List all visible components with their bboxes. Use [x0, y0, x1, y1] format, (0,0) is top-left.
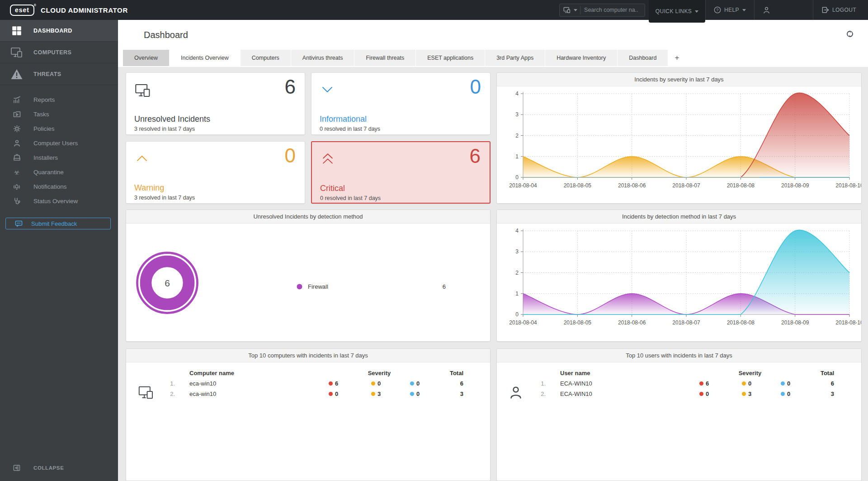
severity-warning: 0	[371, 380, 381, 387]
legend-item-firewall[interactable]: Firewall 6	[297, 283, 446, 290]
svg-text:0: 0	[515, 174, 519, 181]
card-unresolved-incidents[interactable]: 6 Unresolved Incidents 3 resolved in las…	[126, 72, 305, 135]
sidebar-item-tasks[interactable]: Tasks	[0, 107, 118, 121]
right-column: Incidents by severity in last 7 days 012…	[496, 72, 862, 481]
svg-text:2018-08-06: 2018-08-06	[618, 319, 646, 326]
panel-top-users: Top 10 users with incidents in last 7 da…	[496, 348, 862, 481]
card-informational[interactable]: 0 Informational 0 resolved in last 7 day…	[311, 72, 491, 135]
dashboard-grid-icon	[0, 25, 33, 37]
eset-logo[interactable]: eset®	[10, 5, 34, 16]
column-header-computer-name[interactable]: Computer name	[189, 370, 234, 376]
sidebar-item-label: Reports	[33, 96, 55, 103]
collapse-sidebar-button[interactable]: COLLAPSE	[0, 461, 118, 475]
user-name[interactable]: ECA-WIN10	[560, 391, 592, 397]
user-menu[interactable]	[754, 0, 813, 20]
tasks-icon	[0, 110, 33, 118]
sidebar-item-dashboard[interactable]: DASHBOARD	[0, 20, 118, 42]
tab-incidents-overview[interactable]: Incidents Overview	[170, 50, 240, 66]
column-header-severity[interactable]: Severity	[714, 370, 786, 376]
sidebar-item-threats[interactable]: THREATS	[0, 63, 118, 85]
computer-users-icon	[0, 139, 33, 147]
divider	[580, 6, 580, 14]
submit-feedback-button[interactable]: Submit Feedback	[5, 218, 111, 229]
sidebar-item-label: Installers	[33, 154, 58, 161]
severity-warning: 3	[371, 391, 381, 397]
refresh-button[interactable]	[845, 29, 854, 40]
card-value: 6	[470, 145, 481, 167]
donut-chart[interactable]: 6	[133, 248, 202, 317]
svg-text:3: 3	[515, 248, 519, 255]
add-dashboard-tab-button[interactable]: +	[668, 50, 685, 66]
search-scope-chevron-icon[interactable]	[574, 9, 577, 11]
panel-title: Top 10 users with incidents in last 7 da…	[497, 349, 861, 362]
sidebar-item-computers[interactable]: COMPUTERS	[0, 42, 118, 63]
panel-title: Incidents by detection method in last 7 …	[497, 210, 861, 224]
severity-critical: 6	[699, 380, 709, 387]
column-header-total[interactable]: Total	[434, 370, 463, 376]
card-critical[interactable]: 6 Critical 0 resolved in last 7 days	[311, 141, 491, 204]
quick-links-menu[interactable]: QUICK LINKS	[649, 0, 705, 23]
tab-hardware-inventory[interactable]: Hardware Inventory	[545, 50, 617, 66]
topbar: eset® CLOUD ADMINISTRATOR QUICK LINKS ?	[0, 0, 868, 20]
svg-text:2018-08-06: 2018-08-06	[618, 182, 646, 189]
card-subtitle: 3 resolved in last 7 days	[134, 195, 195, 201]
computer-name[interactable]: eca-win10	[189, 380, 216, 387]
svg-text:2018-08-04: 2018-08-04	[509, 319, 537, 326]
card-title: Warning	[134, 183, 164, 193]
table-row[interactable]: 1. eca-win10 6 0 0 6	[126, 380, 490, 391]
column-header-user-name[interactable]: User name	[560, 370, 590, 376]
table-row[interactable]: 2. ECA-WIN10 0 3 0 3	[497, 391, 861, 401]
tab-firewall-threats[interactable]: Firewall threats	[354, 50, 415, 66]
sidebar-item-reports[interactable]: Reports	[0, 92, 118, 107]
severity-critical: 0	[329, 391, 338, 397]
row-total: 6	[804, 380, 834, 387]
table-row[interactable]: 2. eca-win10 0 3 0 3	[126, 391, 490, 401]
eset-cloud-administrator-app: eset® CLOUD ADMINISTRATOR QUICK LINKS ?	[0, 0, 868, 481]
warning-dot-icon	[742, 381, 746, 386]
row-rank: 2.	[532, 391, 546, 397]
incidents-by-detection-chart[interactable]: 012342018-08-042018-08-052018-08-062018-…	[497, 224, 862, 341]
card-warning[interactable]: 0 Warning 3 resolved in last 7 days	[126, 141, 305, 204]
search-input[interactable]	[584, 7, 638, 13]
sidebar-item-computer-users[interactable]: Computer Users	[0, 136, 118, 150]
card-title: Unresolved Incidents	[134, 114, 210, 124]
svg-text:2: 2	[515, 133, 519, 139]
svg-text:3: 3	[515, 111, 519, 118]
help-menu[interactable]: ? HELP	[705, 0, 754, 20]
sidebar-item-installers[interactable]: Installers	[0, 150, 118, 165]
svg-text:2018-08-08: 2018-08-08	[727, 182, 755, 189]
svg-text:2: 2	[515, 270, 519, 276]
card-subtitle: 3 resolved in last 7 days	[134, 126, 195, 132]
sidebar-item-quarantine[interactable]: ☣ Quarantine	[0, 165, 118, 179]
column-header-severity[interactable]: Severity	[343, 370, 415, 376]
card-value: 0	[285, 144, 296, 167]
logout-button[interactable]: LOGOUT	[813, 0, 868, 20]
computer-name[interactable]: eca-win10	[189, 391, 216, 397]
threats-warning-icon	[0, 68, 33, 80]
main-content: Dashboard OverviewIncidents OverviewComp…	[118, 20, 868, 481]
table-row[interactable]: 1. ECA-WIN10 6 0 0 6	[497, 380, 861, 391]
sidebar-item-label: Status Overview	[33, 198, 78, 205]
svg-text:2018-08-07: 2018-08-07	[672, 182, 700, 189]
incidents-by-severity-chart[interactable]: 012342018-08-042018-08-052018-08-062018-…	[497, 86, 862, 203]
user-name[interactable]: ECA-WIN10	[560, 380, 592, 387]
tab-3rd-party-apps[interactable]: 3rd Party Apps	[485, 50, 545, 66]
sidebar-item-notifications[interactable]: Notifications	[0, 179, 118, 194]
sidebar-item-policies[interactable]: Policies	[0, 121, 118, 136]
row-total: 6	[434, 380, 463, 387]
svg-text:2018-08-09: 2018-08-09	[781, 182, 809, 189]
tab-eset-applications[interactable]: ESET applications	[416, 50, 485, 66]
chevron-down-icon	[742, 9, 746, 11]
tab-antivirus-threats[interactable]: Antivirus threats	[291, 50, 354, 66]
severity-warning: 3	[742, 391, 751, 397]
sidebar-item-label: Computer Users	[33, 140, 78, 147]
tab-computers[interactable]: Computers	[241, 50, 291, 66]
sidebar-item-status-overview[interactable]: Status Overview	[0, 194, 118, 208]
critical-dot-icon	[329, 381, 333, 386]
tab-dashboard[interactable]: Dashboard	[618, 50, 668, 66]
reports-icon	[0, 96, 33, 104]
column-header-total[interactable]: Total	[804, 370, 834, 376]
tab-overview[interactable]: Overview	[123, 50, 169, 66]
search-box[interactable]	[559, 4, 645, 17]
row-total: 3	[434, 391, 463, 397]
